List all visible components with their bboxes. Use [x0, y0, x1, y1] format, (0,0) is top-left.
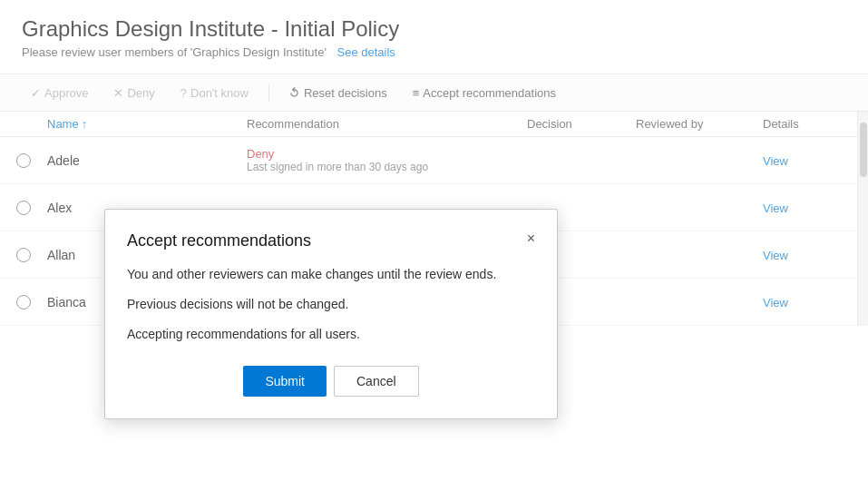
- modal-header: Accept recommendations ×: [127, 231, 535, 250]
- modal-footer: Submit Cancel: [127, 366, 535, 397]
- modal-body-line3: Accepting recommendations for all users.: [127, 325, 535, 344]
- modal-submit-button[interactable]: Submit: [243, 366, 327, 397]
- modal-cancel-button[interactable]: Cancel: [334, 366, 419, 397]
- modal-title: Accept recommendations: [127, 231, 311, 250]
- modal-body-line1: You and other reviewers can make changes…: [127, 265, 535, 284]
- accept-recommendations-modal: Accept recommendations × You and other r…: [104, 209, 558, 419]
- page-container: Graphics Design Institute - Initial Poli…: [0, 0, 868, 491]
- modal-body-line2: Previous decisions will not be changed.: [127, 295, 535, 314]
- modal-close-button[interactable]: ×: [527, 231, 535, 246]
- modal-body: You and other reviewers can make changes…: [127, 265, 535, 344]
